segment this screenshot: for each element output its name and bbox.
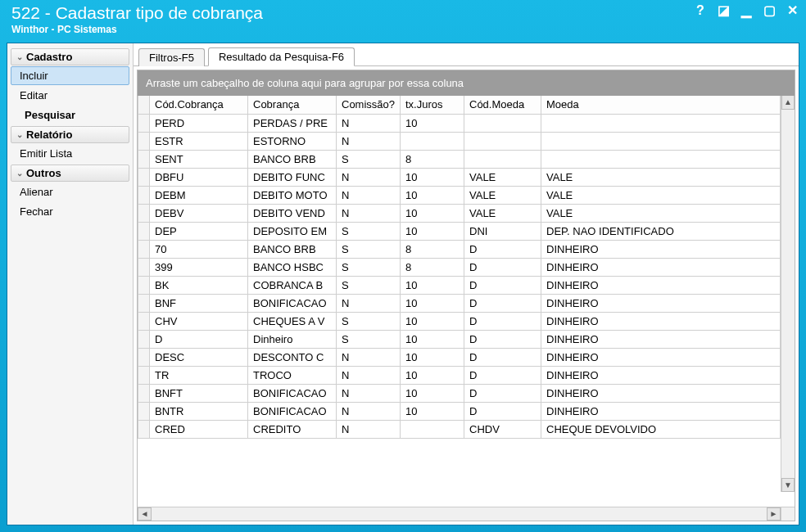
cell[interactable]: CHDV [464,420,541,438]
cell[interactable]: DINHEIRO [541,330,781,348]
row-selector-header[interactable] [138,96,150,114]
row-selector[interactable] [138,330,150,348]
row-selector[interactable] [138,132,150,150]
row-selector[interactable] [138,366,150,384]
cell[interactable]: DINHEIRO [541,348,781,366]
row-selector[interactable] [138,150,150,168]
cell[interactable]: N [337,114,401,132]
cell[interactable]: DEBM [150,186,248,204]
cell[interactable]: DEP. NAO IDENTIFICADO [541,222,781,240]
row-selector[interactable] [138,204,150,222]
cell[interactable]: DINHEIRO [541,312,781,330]
table-row[interactable]: CREDCREDITONCHDVCHEQUE DEVOLVIDO [138,420,781,438]
cell[interactable]: BONIFICACAO [248,384,337,402]
cell[interactable]: 8 [401,150,464,168]
table-row[interactable]: BNFBONIFICACAON10DDINHEIRO [138,294,781,312]
table-row[interactable]: 70BANCO BRBS8DDINHEIRO [138,240,781,258]
table-row[interactable]: BKCOBRANCA BS10DDINHEIRO [138,276,781,294]
cell[interactable]: N [337,366,401,384]
row-selector[interactable] [138,384,150,402]
cell[interactable]: S [337,330,401,348]
cell[interactable]: ESTR [150,132,248,150]
sidebar-item[interactable]: Fechar [11,202,129,221]
column-header[interactable]: Comissão? [337,96,401,114]
cell[interactable]: 10 [401,330,464,348]
cell[interactable]: VALE [464,204,541,222]
cell[interactable]: S [337,240,401,258]
scroll-left-icon[interactable]: ◄ [138,507,152,521]
cell[interactable]: SENT [150,150,248,168]
cell[interactable]: D [464,366,541,384]
table-row[interactable]: SENTBANCO BRBS8 [138,150,781,168]
cell[interactable]: D [464,348,541,366]
cell[interactable]: D [150,330,248,348]
cell[interactable]: S [337,150,401,168]
tab[interactable]: Filtros-F5 [138,48,205,66]
sidebar-item[interactable]: Pesquisar [11,106,129,124]
cell[interactable]: 70 [150,240,248,258]
row-selector[interactable] [138,240,150,258]
sidebar-group-header[interactable]: ⌄Outros [11,165,129,182]
cell[interactable]: 10 [401,384,464,402]
cell[interactable]: D [464,258,541,276]
sidebar-item[interactable]: Alienar [11,183,129,201]
scroll-down-icon[interactable]: ▼ [781,478,795,492]
column-header[interactable]: Cód.Moeda [464,96,541,114]
column-header[interactable]: Cobrança [248,96,337,114]
row-selector[interactable] [138,348,150,366]
cell[interactable]: CHV [150,312,248,330]
group-by-strip[interactable]: Arraste um cabeçalho de coluna aqui para… [138,70,795,96]
column-header[interactable]: Moeda [541,96,781,114]
cell[interactable]: BNFT [150,384,248,402]
cell[interactable]: 10 [401,204,464,222]
scroll-right-icon[interactable]: ► [767,507,781,521]
cell[interactable]: N [337,204,401,222]
tab[interactable]: Resultado da Pesquisa-F6 [208,47,355,66]
cell[interactable]: 399 [150,258,248,276]
cell[interactable] [401,420,464,438]
cell[interactable]: N [337,384,401,402]
horizontal-scrollbar[interactable]: ◄ ► [138,507,781,521]
cell[interactable]: D [464,294,541,312]
cell[interactable]: BANCO BRB [248,150,337,168]
sidebar-group-header[interactable]: ⌄Relatório [11,126,129,143]
cell[interactable]: CRED [150,420,248,438]
cell[interactable]: Dinheiro [248,330,337,348]
cell[interactable]: DEP [150,222,248,240]
row-selector[interactable] [138,168,150,186]
table-row[interactable]: CHVCHEQUES A VS10DDINHEIRO [138,312,781,330]
cell[interactable]: DINHEIRO [541,240,781,258]
cell[interactable]: 8 [401,240,464,258]
row-selector[interactable] [138,402,150,420]
row-selector[interactable] [138,312,150,330]
cell[interactable] [401,132,464,150]
cell[interactable]: DEBITO MOTO [248,186,337,204]
cell[interactable]: S [337,276,401,294]
table-row[interactable]: DEPDEPOSITO EMS10DNIDEP. NAO IDENTIFICAD… [138,222,781,240]
cell[interactable]: PERD [150,114,248,132]
row-selector[interactable] [138,258,150,276]
cell[interactable]: TR [150,366,248,384]
cell[interactable]: N [337,420,401,438]
cell[interactable] [541,132,781,150]
cell[interactable]: 10 [401,294,464,312]
cell[interactable]: 10 [401,348,464,366]
cell[interactable]: 10 [401,366,464,384]
column-header[interactable]: tx.Juros [401,96,464,114]
cell[interactable] [541,114,781,132]
cell[interactable]: CHEQUES A V [248,312,337,330]
table-row[interactable]: DESCDESCONTO CN10DDINHEIRO [138,348,781,366]
cell[interactable]: N [337,294,401,312]
minimize-icon[interactable]: ▁ [739,3,754,18]
cell[interactable]: TROCO [248,366,337,384]
cell[interactable]: S [337,258,401,276]
table-row[interactable]: BNFTBONIFICACAON10DDINHEIRO [138,384,781,402]
cell[interactable]: DNI [464,222,541,240]
table-row[interactable]: 399BANCO HSBCS8DDINHEIRO [138,258,781,276]
cell[interactable]: DEBITO FUNC [248,168,337,186]
cell[interactable]: S [337,222,401,240]
cell[interactable]: D [464,240,541,258]
cell[interactable]: BONIFICACAO [248,294,337,312]
table-row[interactable]: BNTRBONIFICACAON10DDINHEIRO [138,402,781,420]
cell[interactable]: D [464,402,541,420]
